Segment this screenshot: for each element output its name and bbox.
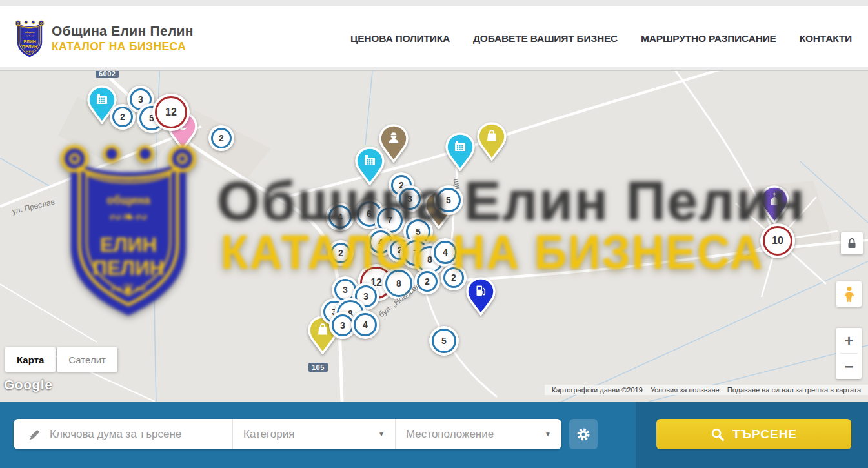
zoom-control: + − [836, 328, 862, 379]
site-logo[interactable]: община ∾❧∾ ЕЛИН ПЕЛИН ∾❦∾ Община Елин Пе… [14, 19, 194, 59]
chevron-down-icon: ▼ [378, 431, 385, 438]
factory-icon [355, 147, 385, 185]
location-select[interactable]: Местоположение ▼ [396, 419, 561, 449]
church-icon [760, 185, 789, 224]
map-pin[interactable] [477, 122, 507, 163]
search-panel: Категория ▼ Местоположение ▼ ТЪРСЕНЕ [0, 402, 868, 468]
svg-text:∾❧∾: ∾❧∾ [25, 34, 34, 37]
search-icon [711, 427, 725, 442]
street-name-label: ул. Преслав [11, 198, 56, 216]
street-name-label: щи [452, 178, 463, 190]
cluster-marker[interactable]: 4 [351, 310, 379, 339]
road-number-badge: 6002 [96, 71, 119, 78]
gas-station-icon [466, 277, 496, 316]
svg-text:община: община [25, 31, 35, 34]
cluster-marker[interactable]: 5 [434, 185, 463, 215]
zoom-in-button[interactable]: + [836, 328, 862, 353]
attribution-copyright: Картографски данни ©2019 [548, 386, 647, 394]
nav-route-schedule[interactable]: МАРШРУТНО РАЗПИСАНИЕ [641, 33, 776, 45]
report-map-error-link[interactable]: Подаване на сигнал за грешка в картата [723, 386, 865, 394]
cluster-marker[interactable]: 2 [328, 240, 354, 266]
search-input[interactable] [50, 428, 205, 441]
map-type-satellite-button[interactable]: Сателит [57, 347, 117, 372]
nav-pricing-policy[interactable]: ЦЕНОВА ПОЛИТИКА [350, 33, 450, 45]
cluster-marker[interactable]: 4 [431, 238, 459, 267]
road-number-badge: 105 [308, 363, 328, 372]
location-select-value: Местоположение [406, 428, 494, 441]
svg-text:∾❦∾: ∾❦∾ [26, 50, 34, 53]
nav-contacts[interactable]: КОНТАКТИ [800, 33, 852, 45]
search-form: Категория ▼ Местоположение ▼ [14, 419, 561, 449]
cluster-marker[interactable]: 2 [208, 125, 234, 151]
pegman-icon [842, 286, 856, 303]
svg-text:ЕЛИН: ЕЛИН [23, 39, 35, 44]
cluster-marker[interactable]: 4 [326, 203, 354, 231]
map-pin[interactable] [445, 132, 475, 174]
map-type-control: Карта Сателит [5, 347, 117, 372]
municipality-crest-logo: община ∾❧∾ ЕЛИН ПЕЛИН ∾❦∾ [14, 19, 45, 59]
advanced-settings-button[interactable] [569, 419, 598, 449]
svg-text:ПЕЛИН: ПЕЛИН [22, 44, 37, 48]
search-button-label: ТЪРСЕНЕ [732, 427, 797, 442]
cluster-marker[interactable]: 2 [441, 265, 467, 290]
map-attribution: Картографски данни ©2019 Условия за полз… [545, 385, 868, 395]
site-subtitle: КАТАЛОГ НА БИЗНЕСА [52, 40, 194, 54]
keyword-field[interactable] [14, 419, 233, 449]
pencil-icon [28, 427, 42, 442]
category-select-value: Категория [243, 428, 294, 441]
shopping-bag-icon [477, 122, 507, 161]
gear-icon [576, 427, 591, 442]
cluster-marker[interactable]: 12 [152, 94, 190, 131]
site-header: община ∾❧∾ ЕЛИН ПЕЛИН ∾❦∾ Община Елин Пе… [0, 6, 868, 71]
search-button[interactable]: ТЪРСЕНЕ [656, 419, 851, 449]
markers-layer: 2351222463575242784128223338345106002105… [0, 71, 868, 402]
chevron-down-icon: ▼ [545, 431, 551, 438]
site-title: Община Елин Пелин [52, 23, 194, 39]
terms-of-use-link[interactable]: Условия за ползване [647, 386, 723, 394]
map-pin[interactable] [760, 185, 789, 227]
plus-icon: + [844, 332, 853, 350]
top-strip [0, 0, 868, 6]
category-select[interactable]: Категория ▼ [233, 419, 396, 449]
main-nav: ЦЕНОВА ПОЛИТИКА ДОБАВЕТЕ ВАШИЯТ БИЗНЕС М… [350, 33, 852, 45]
map-pin[interactable] [355, 147, 385, 188]
map-type-map-button[interactable]: Карта [5, 347, 56, 372]
map-canvas[interactable]: 2351222463575242784128223338345106002105… [0, 71, 868, 402]
cluster-marker[interactable]: 5 [429, 326, 459, 356]
minus-icon: − [844, 358, 853, 376]
nav-add-business[interactable]: ДОБАВЕТЕ ВАШИЯТ БИЗНЕС [473, 33, 618, 45]
zoom-out-button[interactable]: − [836, 354, 862, 379]
map-pin[interactable] [466, 277, 496, 318]
factory-icon [445, 132, 475, 171]
lock-button[interactable] [841, 232, 863, 254]
lock-icon [847, 238, 856, 249]
google-logo[interactable]: Google [4, 377, 52, 392]
cluster-marker[interactable]: 10 [760, 223, 795, 258]
pegman-button[interactable] [836, 281, 862, 307]
